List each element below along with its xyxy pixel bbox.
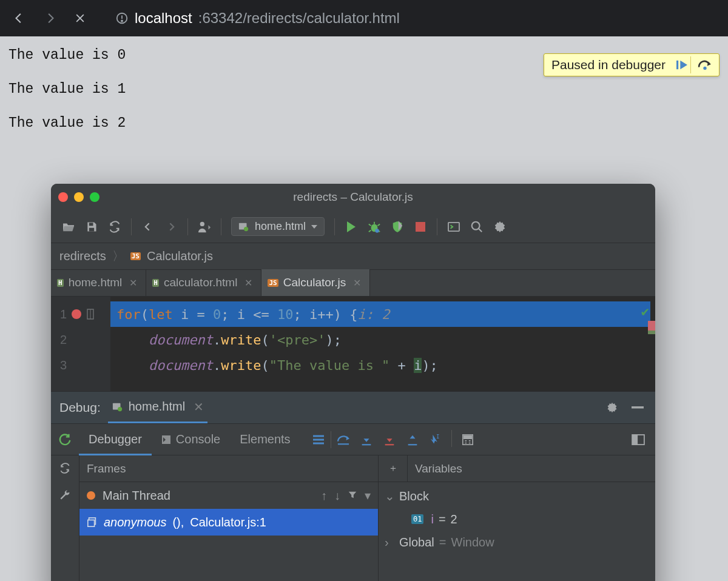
stop-reload-button[interactable] [70,8,90,28]
debug-icon[interactable] [364,217,385,237]
svg-point-9 [244,227,248,231]
code-editor[interactable]: 1 2 3 for (let i = 0; i <= 10; i++) { i:… [51,297,655,391]
code-area[interactable]: for (let i = 0; i <= 10; i++) { i: 2 doc… [110,297,655,391]
svg-rect-5 [89,223,93,226]
url-bar[interactable]: localhost:63342/redirects/calculator.htm… [115,10,400,27]
chevron-down-icon[interactable]: ⌄ [385,489,394,503]
scope-label: Global [399,536,434,549]
scope-value: Window [451,536,494,549]
tab-calculator-js[interactable]: JS Calculator.js ✕ [261,269,370,296]
svg-rect-12 [416,222,425,232]
next-frame-icon[interactable]: ↓ [334,489,340,503]
run-anything-icon[interactable] [443,217,464,237]
var-value: 2 [451,512,457,526]
prev-frame-icon[interactable]: ↑ [321,489,327,503]
svg-rect-13 [448,222,459,230]
close-tab-icon[interactable]: ✕ [353,277,361,289]
main-toolbar: home.html [51,210,655,243]
hide-icon[interactable] [629,398,647,417]
user-icon[interactable] [194,217,215,237]
save-icon[interactable] [81,217,102,237]
threads-icon[interactable] [309,430,328,449]
tab-calculator-html[interactable]: H calculator.html ✕ [146,269,261,296]
step-over-icon[interactable] [334,430,353,449]
breakpoint-icon[interactable] [72,309,81,319]
settings-icon[interactable] [603,398,621,417]
resume-button[interactable] [673,56,691,73]
svg-rect-6 [89,227,94,231]
breadcrumb-root[interactable]: redirects [59,249,106,263]
step-out-icon[interactable] [403,430,422,449]
undo-back-icon[interactable] [138,217,158,237]
stack-frame[interactable]: anonymous(), Calculator.js:1 [79,509,378,536]
js-file-icon: JS [130,252,141,260]
fold-icon[interactable] [86,307,95,321]
close-tab-icon[interactable]: ✕ [129,277,137,289]
svg-rect-19 [632,406,644,409]
tab-label: home.html [69,276,123,289]
variables-panel: ＋ Variables ⌄ Block 01 i = 2 › Global = … [379,455,655,581]
layout-icon[interactable] [629,430,648,449]
primitive-badge-icon: 01 [411,514,423,524]
stop-icon[interactable] [410,217,431,237]
step-into-icon[interactable] [357,430,376,449]
var-scope-block[interactable]: ⌄ Block [385,485,649,508]
dropdown-icon[interactable]: ▾ [365,488,371,503]
chevron-right-icon[interactable]: › [385,536,394,549]
svg-rect-31 [88,520,95,526]
frame-function: anonymous [104,516,166,529]
filter-icon[interactable] [348,489,357,503]
error-stripe[interactable] [648,321,655,331]
console-tab[interactable]: Console [152,424,230,455]
html-file-icon: H [57,279,64,287]
thread-selector[interactable]: Main Thread ↑ ↓ ▾ [79,482,378,509]
debug-panels: ≫ Frames Main Thread ↑ ↓ ▾ anonymous(), … [51,455,655,581]
window-title: redirects – Calculator.js [51,190,655,204]
run-config-selector[interactable]: home.html [231,217,325,236]
svg-point-2 [121,20,123,21]
html-file-icon: H [152,279,159,287]
close-session-icon[interactable]: ✕ [194,400,204,414]
sync-icon[interactable] [104,217,125,237]
debug-session-tab[interactable]: home.html ✕ [108,392,207,423]
svg-point-11 [375,229,379,232]
thread-name: Main Thread [103,489,170,503]
svg-point-4 [703,67,706,70]
force-step-into-icon[interactable] [380,430,399,449]
variable-row[interactable]: 01 i = 2 [385,508,649,531]
svg-rect-29 [632,434,638,444]
paused-label: Paused in debugger [549,58,668,72]
var-scope-global[interactable]: › Global = Window [385,531,649,554]
back-button[interactable] [10,8,29,28]
breadcrumb-file[interactable]: Calculator.js [147,249,213,263]
forward-button[interactable] [40,8,59,28]
evaluate-icon[interactable] [458,430,477,449]
add-watch-icon[interactable]: ＋ [379,455,408,482]
tab-home-html[interactable]: H home.html ✕ [51,269,146,296]
run-to-cursor-icon[interactable]: I [426,430,445,449]
wrench-icon[interactable] [56,486,74,504]
svg-rect-3 [676,61,678,69]
frames-panel: Frames Main Thread ↑ ↓ ▾ anonymous(), Ca… [79,455,379,581]
error-stripe[interactable] [648,331,655,334]
editor-gutter[interactable]: 1 2 3 [51,297,110,391]
rerun-icon[interactable] [51,424,79,455]
elements-tab[interactable]: Elements [230,424,300,455]
debugger-paused-overlay: Paused in debugger [544,53,720,76]
breadcrumb-separator-icon: 〉 [112,248,124,264]
redo-forward-icon[interactable] [161,217,181,237]
breadcrumb[interactable]: redirects 〉 JS Calculator.js [51,243,655,270]
open-icon[interactable] [58,217,79,237]
search-icon[interactable] [467,217,487,237]
settings-icon[interactable] [490,217,510,237]
close-tab-icon[interactable]: ✕ [244,277,252,289]
analysis-ok-icon[interactable]: ✔ [641,304,649,319]
svg-point-17 [118,407,122,411]
run-icon[interactable] [341,217,362,237]
step-over-button[interactable] [696,56,714,73]
debug-title: Debug: [59,400,101,415]
coverage-icon[interactable] [387,217,408,237]
reload-icon[interactable] [56,459,74,477]
tab-label: calculator.html [164,276,237,289]
debugger-tab[interactable]: Debugger [79,424,152,455]
